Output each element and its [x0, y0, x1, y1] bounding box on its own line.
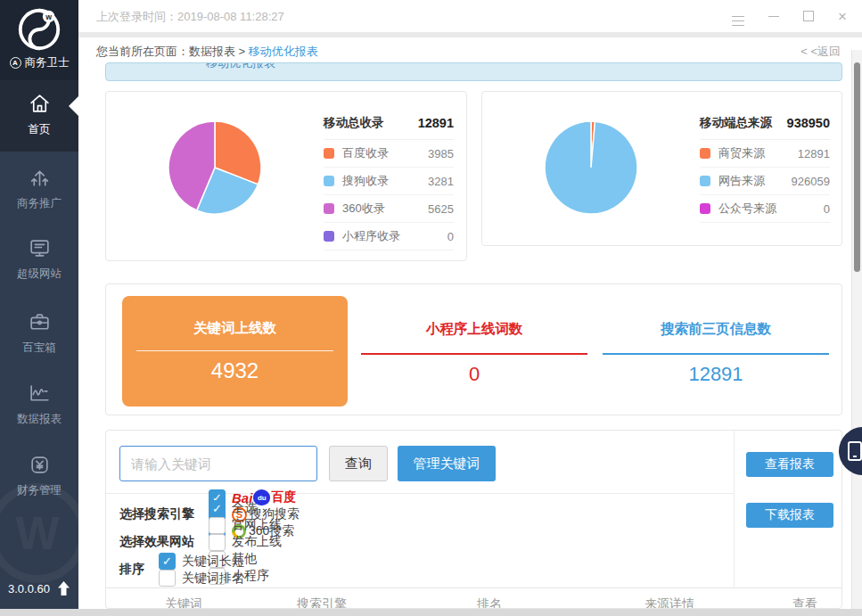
- home-icon: [28, 92, 52, 116]
- app-logo-block: w A 商务卫士: [0, 0, 78, 80]
- minimize-icon[interactable]: [768, 16, 779, 17]
- keyword-filter-card: 查询 管理关键词 查看报表 下载报表 选择搜索引擎 ✓Baidu百度✓S搜狗搜索…: [105, 430, 842, 609]
- stat-top3-info: 搜索前三页信息数 12891: [603, 284, 829, 386]
- chart-card-mobile-sources: 移动端总来源 938950 商贸来源 12891 网告来源 926059 公众号…: [481, 91, 842, 246]
- version-text: 3.0.0.60: [8, 582, 50, 595]
- back-link[interactable]: < <返回: [800, 44, 841, 60]
- pie-chart: [166, 119, 264, 217]
- update-arrow-icon[interactable]: [57, 581, 70, 596]
- manage-keywords-button[interactable]: 管理关键词: [398, 446, 496, 481]
- legend-label: 搜狗收录: [342, 173, 428, 189]
- table-header: 来源详情: [644, 596, 694, 609]
- sidebar-item-toolbox[interactable]: 百宝箱: [0, 299, 78, 370]
- last-login-text: 上次登录时间：2019-08-08 11:28:27: [96, 9, 284, 25]
- stats-card: 关键词上线数 4932 小程序上线词数 0 搜索前三页信息数 12891: [105, 283, 842, 415]
- svg-text:w: w: [45, 12, 52, 21]
- sidebar-item-label: 商务推广: [0, 196, 78, 211]
- sidebar: 首页 商务推广 超级网站 百宝箱 数据报表: [0, 80, 78, 609]
- legend-value: 3281: [428, 175, 454, 188]
- menu-icon[interactable]: [732, 16, 744, 17]
- legend-value: 5625: [428, 202, 454, 216]
- checkbox[interactable]: [209, 534, 226, 551]
- finance-yuan-icon: [28, 453, 52, 477]
- legend-row: 小程序收录 0: [324, 223, 454, 251]
- legend-title: 移动端总来源: [700, 115, 772, 131]
- legend-color-chip: [700, 176, 710, 186]
- horizontal-divider: [106, 493, 734, 494]
- checkbox[interactable]: [209, 517, 226, 534]
- active-item-arrow: [69, 96, 78, 116]
- version-row: 3.0.0.60: [0, 581, 78, 596]
- sidebar-item-label: 首页: [0, 122, 78, 137]
- sidebar-item-reports[interactable]: 数据报表: [0, 370, 78, 441]
- legend-value: 12891: [798, 147, 830, 160]
- close-icon[interactable]: ×: [838, 11, 850, 22]
- stat-divider: [136, 350, 333, 351]
- stat-label: 小程序上线词数: [361, 320, 587, 339]
- pie-chart: [542, 119, 640, 217]
- app-window: w A 商务卫士 上次登录时间：2019-08-08 11:28:27 × 您当…: [0, 0, 862, 616]
- legend-value: 3985: [428, 147, 454, 160]
- site-checkbox[interactable]: 官网上线: [209, 517, 282, 534]
- sort-checkbox[interactable]: ✓关键词长短: [159, 553, 244, 570]
- checkbox[interactable]: [159, 570, 176, 587]
- site-checkbox[interactable]: ✓全选: [209, 500, 282, 517]
- download-report-button[interactable]: 下载报表: [746, 503, 833, 528]
- view-report-button[interactable]: 查看报表: [746, 452, 833, 477]
- engine-filter-label: 选择搜索引擎: [119, 506, 194, 522]
- legend-total: 938950: [787, 116, 830, 130]
- stat-miniprogram-words: 小程序上线词数 0: [361, 284, 587, 386]
- sidebar-watermark: W: [0, 483, 78, 583]
- sidebar-item-label: 数据报表: [0, 412, 78, 427]
- checkbox[interactable]: ✓: [159, 553, 176, 570]
- legend-label: 360收录: [342, 201, 428, 217]
- table-top-divider: [106, 587, 842, 588]
- stat-label: 搜索前三页信息数: [603, 320, 829, 339]
- maximize-icon[interactable]: [803, 11, 814, 21]
- stat-label: 关键词上线数: [122, 319, 348, 338]
- legend-label: 小程序收录: [342, 228, 447, 244]
- breadcrumb-path: 您当前所在页面：数据报表 >: [96, 45, 245, 58]
- sidebar-item-website[interactable]: 超级网站: [0, 225, 78, 296]
- breadcrumb-current-link[interactable]: 移动优化报表: [249, 45, 318, 58]
- sidebar-item-home[interactable]: 首页: [0, 80, 78, 152]
- chart-card-mobile-index: 移动总收录 12891 百度收录 3985 搜狗收录 3281 360收录 56…: [105, 91, 467, 261]
- legend-value: 0: [447, 230, 454, 243]
- legend-label: 公众号来源: [718, 201, 824, 217]
- table-header: 搜索引擎: [297, 596, 347, 609]
- filter-option-label: 官网上线: [232, 517, 282, 533]
- site-filter-label: 选择效果网站: [119, 534, 194, 550]
- scrollbar-thumb[interactable]: [854, 62, 860, 272]
- stat-divider: [603, 353, 829, 355]
- brand-name: 商务卫士: [25, 55, 70, 70]
- filter-option-label: 关键词排名: [182, 571, 244, 587]
- app-logo-icon: w: [15, 5, 63, 53]
- legend-color-chip: [700, 203, 710, 214]
- pie-slice: [545, 121, 637, 214]
- table-header: 关键词: [165, 596, 202, 609]
- legend-row: 搜狗收录 3281: [324, 168, 454, 195]
- stat-value: 4932: [122, 358, 348, 383]
- stat-value: 12891: [603, 363, 829, 386]
- legend-color-chip: [324, 231, 334, 242]
- filter-option-label: 发布上线: [232, 534, 282, 550]
- stat-value: 0: [361, 363, 587, 386]
- scrollbar-track[interactable]: [851, 50, 862, 609]
- table-header: 查看: [792, 596, 817, 609]
- query-button[interactable]: 查询: [329, 446, 388, 481]
- sidebar-item-promotion[interactable]: 商务推广: [0, 154, 78, 226]
- sort-checkbox[interactable]: 关键词排名: [159, 570, 244, 587]
- sort-filter-row: 排序 ✓关键词长短关键词排名: [119, 559, 262, 580]
- checkbox[interactable]: ✓: [209, 500, 226, 517]
- vertical-divider: [734, 431, 735, 587]
- site-checkbox[interactable]: 发布上线: [209, 534, 282, 551]
- sidebar-item-label: 百宝箱: [0, 341, 78, 356]
- toolbox-icon: [28, 310, 52, 334]
- legend-total: 12891: [418, 116, 454, 130]
- legend-color-chip: [324, 148, 334, 159]
- titlebar: 上次登录时间：2019-08-08 11:28:27 ×: [78, 0, 862, 32]
- sidebar-item-label: 超级网站: [0, 267, 78, 282]
- keyword-search-input[interactable]: [119, 446, 317, 481]
- brand-badge-icon: A: [10, 57, 21, 69]
- legend-value: 0: [824, 202, 830, 216]
